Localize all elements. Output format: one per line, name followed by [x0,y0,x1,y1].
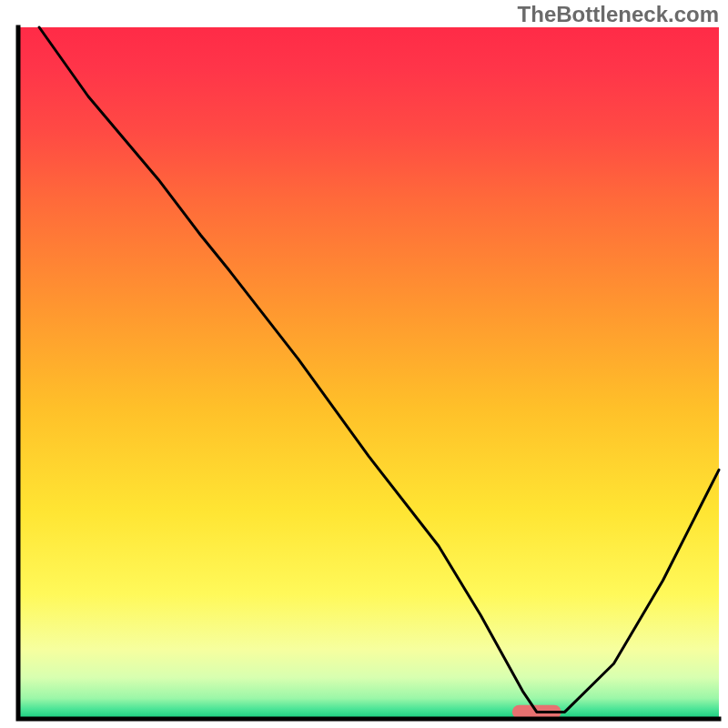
gradient-background [18,27,719,719]
plot-area [18,27,719,719]
chart-container: TheBottleneck.com [0,0,728,728]
bottleneck-chart [0,0,728,728]
